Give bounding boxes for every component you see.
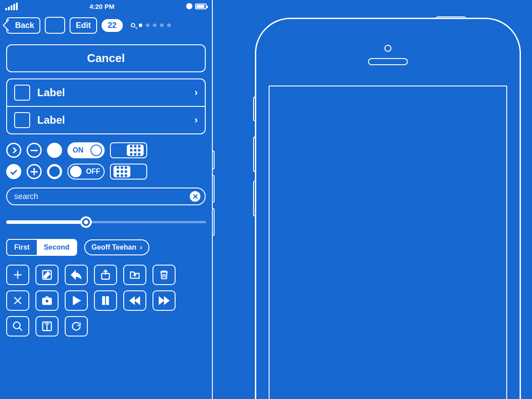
thumbnail-icon — [14, 112, 30, 128]
refresh-button[interactable] — [65, 316, 88, 336]
share-button[interactable] — [94, 265, 117, 285]
chevron-right-icon: › — [195, 87, 198, 98]
list-item-label: Label — [37, 114, 188, 126]
switch-off[interactable]: OFF — [67, 164, 105, 180]
remove-icon[interactable] — [27, 143, 42, 158]
volume-down-outline — [253, 181, 255, 216]
list-item[interactable]: Label › — [7, 79, 205, 106]
slider[interactable] — [6, 217, 206, 227]
search-dot-icon — [131, 23, 135, 27]
phone-outline — [255, 18, 521, 399]
compose-button[interactable] — [35, 265, 59, 285]
search-input[interactable] — [14, 192, 190, 201]
switch-on[interactable]: ON — [67, 142, 105, 158]
status-bar: 4:20 PM — [0, 0, 212, 12]
sleep-button-outline — [435, 16, 466, 19]
search-button[interactable] — [6, 316, 29, 336]
segment-first[interactable]: First — [7, 240, 37, 255]
organize-button[interactable] — [123, 265, 146, 285]
svg-rect-5 — [106, 297, 108, 304]
badge-count[interactable]: 22 — [102, 19, 123, 32]
checkmark-icon[interactable] — [6, 164, 21, 179]
edit-button[interactable]: Edit — [70, 17, 97, 34]
alarm-icon — [186, 3, 192, 9]
page-indicator[interactable] — [131, 23, 171, 27]
reply-button[interactable] — [65, 265, 88, 285]
toolbar-icons — [6, 265, 206, 336]
bookmarks-button[interactable] — [35, 316, 59, 336]
svg-point-6 — [13, 322, 20, 329]
battery-icon — [195, 4, 207, 9]
chevron-right-icon: › — [140, 243, 142, 251]
segment-second[interactable]: Second — [37, 240, 77, 255]
speaker-icon — [368, 58, 408, 65]
cancel-button[interactable]: Cancel — [6, 44, 206, 72]
camera-button[interactable] — [35, 290, 59, 311]
status-time: 4:20 PM — [90, 3, 115, 10]
screen-outline — [269, 86, 507, 399]
ui-kit-panel: 4:20 PM Back Edit 22 Cancel Label › Labe… — [0, 0, 213, 399]
clear-icon[interactable]: ✕ — [190, 191, 200, 202]
search-field[interactable]: ✕ — [6, 188, 206, 205]
radio-selected-icon[interactable] — [47, 143, 62, 158]
fast-forward-button[interactable] — [153, 290, 176, 311]
trash-button[interactable] — [153, 265, 176, 285]
menu-button[interactable] — [45, 17, 65, 34]
nav-bar: Back Edit 22 — [0, 12, 212, 38]
pause-button[interactable] — [94, 290, 117, 311]
rewind-button[interactable] — [123, 290, 146, 311]
keypad-toggle-right[interactable] — [110, 142, 147, 158]
chip-label: Geoff Teehan — [91, 243, 136, 251]
camera-icon — [384, 45, 391, 52]
table-view: Label › Label › — [6, 78, 206, 134]
svg-rect-4 — [103, 297, 105, 304]
add-button[interactable] — [6, 265, 29, 285]
play-button[interactable] — [65, 290, 88, 311]
back-button[interactable]: Back — [6, 17, 40, 34]
segmented-control[interactable]: First Second — [6, 239, 77, 256]
radio-unselected-icon[interactable] — [47, 164, 62, 179]
slider-thumb[interactable] — [80, 216, 92, 228]
keypad-toggle-left[interactable] — [110, 164, 147, 180]
svg-point-3 — [45, 299, 49, 303]
volume-up-outline — [253, 137, 255, 172]
mute-switch-outline — [253, 97, 255, 121]
list-item-label: Label — [37, 86, 188, 99]
add-icon[interactable] — [27, 164, 42, 179]
contact-chip[interactable]: Geoff Teehan › — [84, 239, 149, 255]
chevron-right-icon: › — [195, 114, 198, 126]
signal-icon — [5, 3, 18, 10]
side-ridge — [213, 208, 215, 236]
close-button[interactable] — [6, 290, 29, 311]
thumbnail-icon — [14, 85, 30, 101]
side-ridge — [213, 175, 215, 203]
side-ridge — [213, 151, 215, 169]
list-item[interactable]: Label › — [7, 106, 205, 133]
detail-disclosure-icon[interactable] — [6, 143, 21, 158]
